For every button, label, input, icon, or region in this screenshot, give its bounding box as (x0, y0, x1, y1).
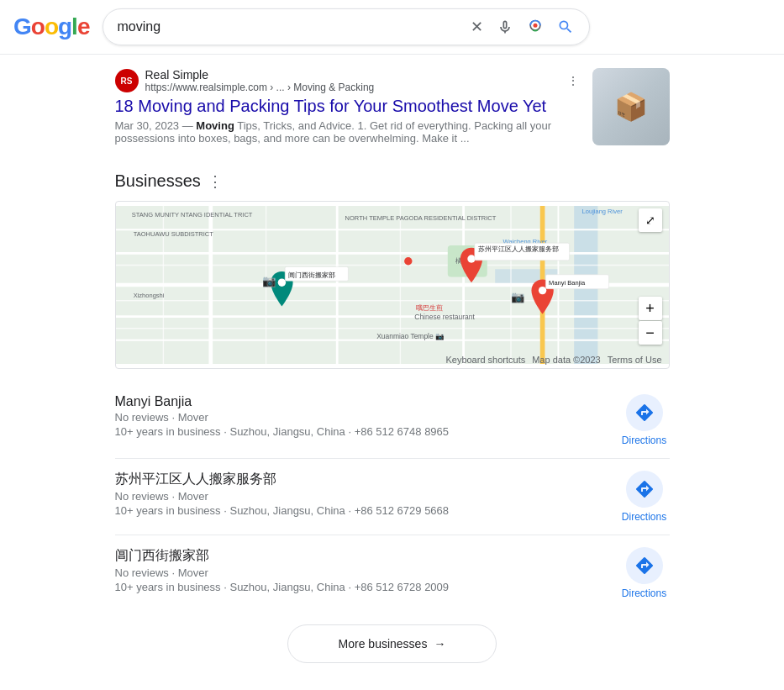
result-source: RS Real Simple https://www.realsimple.co… (115, 68, 579, 93)
svg-text:Loujiang River: Loujiang River (581, 208, 623, 215)
map-svg: STANG MUNITY NTANG IDENTIAL TRICT TAOHUA… (116, 202, 669, 368)
directions-icon-1 (626, 394, 663, 431)
zoom-out-button[interactable]: − (639, 321, 662, 345)
business-name-1: Manyi Banjia (115, 394, 609, 409)
directions-icon-2 (626, 471, 663, 508)
result-meta-bold: Moving (196, 119, 234, 132)
business-location-2: Suzhou, Jiangsu, China (229, 504, 345, 517)
search-input[interactable] (117, 19, 462, 34)
svg-point-39 (277, 278, 285, 286)
more-businesses-arrow: → (434, 637, 445, 650)
svg-text:📷: 📷 (511, 290, 525, 304)
map-data-text: Map data ©2023 (532, 355, 601, 365)
zoom-in-button[interactable]: + (639, 297, 662, 320)
map-expand-button[interactable]: ⤢ (639, 208, 662, 232)
businesses-more-options[interactable]: ⋮ (208, 172, 224, 191)
business-name-2: 苏州平江区人人搬家服务部 (115, 471, 609, 488)
more-businesses-label: More businesses (339, 637, 428, 650)
svg-text:TAOHUAWU SUBDISTRICT: TAOHUAWU SUBDISTRICT (133, 230, 213, 238)
favicon-initials: RS (121, 76, 133, 86)
lens-button[interactable] (525, 17, 545, 37)
svg-text:哦巴生煎: 哦巴生煎 (416, 303, 443, 312)
business-reviews-1: No reviews (115, 411, 169, 424)
svg-text:苏州平江区人人搬家服务部: 苏州平江区人人搬家服务部 (477, 245, 558, 253)
business-item-2: 苏州平江区人人搬家服务部 No reviews · Mover 10+ year… (115, 459, 670, 535)
business-info-3: 阊门西街搬家部 No reviews · Mover 10+ years in … (115, 547, 609, 593)
terms-of-use-link[interactable]: Terms of Use (608, 355, 662, 365)
business-location-1: Suzhou, Jiangsu, China (229, 425, 345, 438)
more-businesses-button[interactable]: More businesses → (287, 624, 497, 663)
businesses-section: Businesses ⋮ (115, 171, 670, 677)
result-more-icon[interactable]: ⋮ (567, 74, 579, 87)
business-phone-3: +86 512 6728 2009 (355, 581, 449, 593)
logo-g: G (13, 13, 31, 40)
map-zoom-controls: + − (639, 297, 662, 345)
svg-text:Chinese restaurant: Chinese restaurant (414, 313, 475, 321)
result-thumbnail (592, 68, 670, 145)
business-years-3: 10+ years in business (115, 581, 221, 593)
search-button[interactable] (555, 17, 576, 37)
svg-text:Manyi Banjia: Manyi Banjia (549, 279, 586, 287)
svg-text:Xuanmiao Temple 📷: Xuanmiao Temple 📷 (376, 332, 445, 341)
result-meta-text: Mar 30, 2023 — Moving Tips, Tricks, and … (115, 119, 552, 145)
directions-label-2: Directions (622, 511, 666, 523)
keyboard-shortcuts-link[interactable]: Keyboard shortcuts (445, 355, 525, 365)
logo-o1: o (31, 13, 45, 40)
map-footer: Keyboard shortcuts Map data ©2023 Terms … (116, 355, 669, 365)
directions-button-1[interactable]: Directions (619, 394, 670, 446)
business-detail-2: 10+ years in business · Suzhou, Jiangsu,… (115, 504, 609, 517)
business-type-1: Mover (178, 411, 208, 424)
voice-search-button[interactable] (495, 17, 515, 37)
result-meta: Mar 30, 2023 — Moving Tips, Tricks, and … (115, 119, 579, 145)
business-item: Manyi Banjia No reviews · Mover 10+ year… (115, 382, 670, 459)
business-years-1: 10+ years in business (115, 425, 221, 438)
svg-point-42 (404, 257, 412, 265)
directions-button-3[interactable]: Directions (619, 547, 670, 599)
source-name: Real Simple (145, 68, 375, 82)
svg-text:NORTH TEMPLE PAGODA RESIDENTIA: NORTH TEMPLE PAGODA RESIDENTIAL DISTRICT (345, 214, 496, 222)
business-detail-3: 10+ years in business · Suzhou, Jiangsu,… (115, 581, 609, 593)
clear-button[interactable]: ✕ (469, 16, 485, 38)
business-type-2: Mover (178, 490, 208, 503)
svg-text:STANG MUNITY NTANG IDENTIAL TR: STANG MUNITY NTANG IDENTIAL TRICT (131, 211, 252, 219)
business-detail-1: 10+ years in business · Suzhou, Jiangsu,… (115, 425, 609, 438)
business-sub-2: No reviews · Mover (115, 490, 609, 503)
svg-text:Xizhongshi: Xizhongshi (133, 292, 164, 299)
directions-button-2[interactable]: Directions (619, 471, 670, 523)
logo-g2: g (58, 13, 71, 40)
result-title[interactable]: 18 Moving and Packing Tips for Your Smoo… (115, 97, 579, 116)
svg-text:📷: 📷 (261, 274, 276, 288)
search-icons: ✕ (469, 16, 576, 38)
business-years-2: 10+ years in business (115, 504, 221, 517)
thumbnail-image (592, 68, 670, 145)
logo-e: e (77, 13, 90, 40)
business-type-3: Mover (178, 566, 208, 579)
directions-label-3: Directions (622, 587, 666, 599)
business-item-3: 阊门西街搬家部 No reviews · Mover 10+ years in … (115, 535, 670, 611)
businesses-title: Businesses (115, 171, 201, 191)
svg-point-33 (467, 255, 475, 262)
directions-icon-3 (626, 547, 663, 584)
business-sub-1: No reviews · Mover (115, 411, 609, 424)
source-url: https://www.realsimple.com › ... › Movin… (145, 82, 375, 93)
businesses-header: Businesses ⋮ (115, 171, 670, 191)
business-phone-2: +86 512 6729 5668 (355, 504, 449, 517)
business-reviews-3: No reviews (115, 566, 169, 579)
svg-text:阊门西街搬家部: 阊门西街搬家部 (287, 271, 334, 279)
map-container[interactable]: STANG MUNITY NTANG IDENTIAL TRICT TAOHUA… (115, 201, 670, 369)
svg-point-36 (538, 287, 545, 294)
google-logo: Google (13, 13, 89, 40)
directions-label-1: Directions (622, 435, 666, 446)
result-content: RS Real Simple https://www.realsimple.co… (115, 68, 579, 148)
business-info-2: 苏州平江区人人搬家服务部 No reviews · Mover 10+ year… (115, 471, 609, 517)
search-result-card: RS Real Simple https://www.realsimple.co… (115, 68, 670, 148)
source-info: Real Simple https://www.realsimple.com ›… (145, 68, 375, 93)
logo-o2: o (45, 13, 58, 40)
business-location-3: Suzhou, Jiangsu, China (229, 581, 345, 593)
more-businesses-container: More businesses → (115, 611, 670, 677)
logo-l: l (71, 13, 77, 40)
business-list: Manyi Banjia No reviews · Mover 10+ year… (115, 382, 670, 611)
svg-point-1 (534, 24, 538, 28)
business-sub-3: No reviews · Mover (115, 566, 609, 579)
header: Google ✕ (0, 0, 784, 55)
